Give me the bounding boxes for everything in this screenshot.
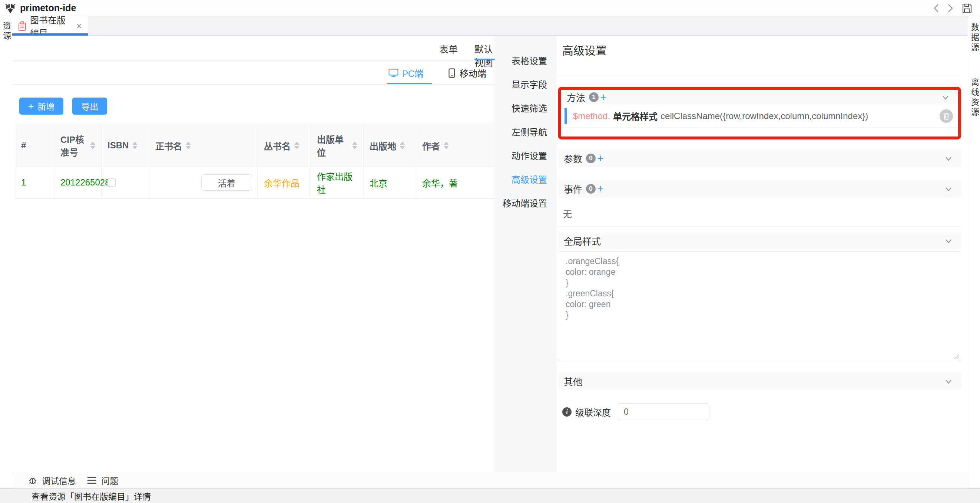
column-header[interactable]: 出版单位 [311,124,364,166]
book-title-input[interactable] [201,174,252,191]
sort-icon[interactable] [132,142,137,149]
method-signature: cellClassName({row,rowIndex,column,colum… [660,111,868,121]
divider [558,227,961,227]
menu-item-quick-filter[interactable]: 快速筛选 [495,96,556,120]
menu-item-mobile-settings[interactable]: 移动端设置 [495,191,556,214]
methods-count-badge: 1 [589,93,598,102]
chevron-down-icon[interactable] [943,153,954,164]
debug-info-label: 调试信息 [42,474,76,487]
menu-item-left-nav[interactable]: 左侧导航 [495,120,556,143]
cell-cip: 2012265028 [54,167,102,198]
cell-index: 1 [15,167,54,198]
section-events-header[interactable]: 事件 0 + [558,180,961,197]
strip-divider [968,127,980,127]
titlebar-actions [933,3,973,14]
add-method-button[interactable]: + [600,92,607,103]
cell-publisher: 作家出版社 [311,167,364,198]
cell-place: 北京 [364,167,416,198]
delete-method-button[interactable] [940,109,953,123]
add-param-button[interactable]: + [597,153,604,164]
monitor-icon [388,69,398,78]
nav-back-icon[interactable] [933,3,939,13]
table-row[interactable]: 1 2012265028 余华作品 作家出版社 北京 余华，著 [15,167,495,198]
global-style-textarea[interactable]: .orangeClass{ color: orange } .greenClas… [558,251,961,361]
close-icon[interactable]: × [76,21,82,31]
device-pc-label: PC端 [402,66,423,79]
settings-content: 高级设置 方法 1 + $method. 单元格样式 cellClassName… [556,36,968,472]
section-global-style-label: 全局样式 [564,234,601,248]
phone-icon [448,68,456,78]
method-item[interactable]: $method. 单元格样式 cellClassName({row,rowInd… [561,105,958,128]
cascade-depth-row: i 级联深度 [562,403,961,420]
params-count-badge: 0 [586,153,596,163]
cascade-depth-label: 级联深度 [575,406,611,418]
spacer [561,128,958,137]
chevron-down-icon[interactable] [943,236,954,246]
export-button[interactable]: 导出 [72,97,107,115]
section-other-header[interactable]: 其他 [558,372,961,390]
cell-title [150,167,258,198]
column-header[interactable]: 出版地 [364,124,416,166]
menu-item-display-fields[interactable]: 显示字段 [495,72,556,96]
sort-icon[interactable] [444,142,449,149]
column-header[interactable]: # [15,124,54,166]
status-text: 查看资源「图书在版编目」详情 [32,490,151,502]
device-toggle: PC端 移动端 [12,61,495,85]
menu-item-table-settings[interactable]: 表格设置 [495,48,556,72]
section-methods-label: 方法 [567,91,585,104]
column-header[interactable]: CIP核准号 [54,124,102,166]
nav-forward-icon[interactable] [947,3,953,13]
chevron-down-icon[interactable] [943,376,954,386]
cascade-depth-input[interactable] [617,403,710,420]
menu-item-advanced-settings[interactable]: 高级设置 [495,167,556,191]
device-mobile-label: 移动端 [460,66,486,79]
info-icon: i [562,407,571,417]
debug-bar: 调试信息 问题 [12,472,968,488]
title-bar: primeton-ide [0,0,980,16]
plus-icon: + [28,101,34,111]
chevron-down-icon[interactable] [943,184,954,194]
column-header[interactable]: 作者 [416,124,495,166]
sort-icon[interactable] [186,142,191,149]
sidebar-item-offline-resources[interactable]: 离线资源 [968,78,980,118]
tab-form[interactable]: 表单 [439,42,458,55]
sort-icon[interactable] [90,142,95,149]
add-event-button[interactable]: + [597,183,604,194]
add-button-label: 新增 [37,100,54,112]
section-methods-header[interactable]: 方法 1 + [561,90,958,105]
sidebar-item-datasource[interactable]: 数据源 [968,23,980,53]
chevron-down-icon[interactable] [940,92,951,102]
resize-handle-icon[interactable] [954,354,959,359]
column-header[interactable]: 正书名 [150,124,258,166]
data-table: # CIP核准号 ISBN 正书名 丛书名 出版单位 出版地 作者 1 2012… [15,124,495,199]
highlight-red-box: 方法 1 + $method. 单元格样式 cellClassName({row… [558,87,961,139]
sort-icon[interactable] [352,142,357,149]
menu-item-action-settings[interactable]: 动作设置 [495,143,556,167]
tab-book-cip[interactable]: 图书在版编目 × [12,16,88,36]
events-empty-text: 无 [563,207,961,220]
settings-panel: 表格设置 显示字段 快速筛选 左侧导航 动作设置 高级设置 移动端设置 高级设置… [495,36,968,472]
list-icon [87,476,97,484]
section-global-style-header[interactable]: 全局样式 [558,232,961,249]
column-header[interactable]: 丛书名 [258,124,311,166]
debug-info-button[interactable]: 调试信息 [28,474,76,487]
section-params-header[interactable]: 参数 0 + [558,150,961,167]
device-mobile-tab[interactable]: 移动端 [448,66,486,79]
sort-icon[interactable] [294,142,299,149]
device-pc-tab[interactable]: PC端 [388,66,423,79]
status-bar: 查看资源「图书在版编目」详情 [0,488,980,503]
sidebar-item-resources[interactable]: 资源 [0,22,12,42]
method-accent-bar [565,108,567,124]
settings-menu: 表格设置 显示字段 快速筛选 左侧导航 动作设置 高级设置 移动端设置 [495,36,556,472]
isbn-checkbox[interactable] [108,179,116,187]
save-icon[interactable] [961,3,973,14]
issues-button[interactable]: 问题 [87,474,118,487]
app-logo-icon [5,2,16,14]
table-toolbar: + 新增 导出 [19,97,495,115]
sort-icon[interactable] [400,142,405,149]
method-prefix: $method. [573,111,610,121]
section-other-label: 其他 [564,375,582,388]
column-header[interactable]: ISBN [102,124,150,166]
add-button[interactable]: + 新增 [19,97,64,115]
main-content: 表单 默认视图 PC端 移动端 + 新增 [12,36,495,472]
